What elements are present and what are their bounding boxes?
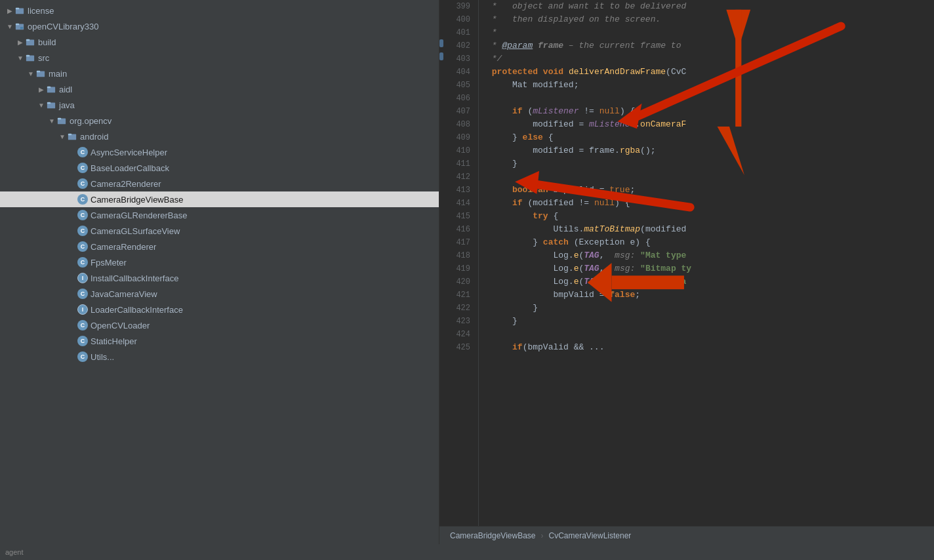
- breadcrumb-separator: ›: [541, 531, 544, 540]
- tree-item-cameraglrendererbase[interactable]: C CameraGLRendererBase: [0, 207, 439, 223]
- folder-icon: [35, 68, 46, 79]
- tree-item-asyncservicehelper[interactable]: C AsyncServiceHelper: [0, 144, 439, 160]
- code-area[interactable]: 399 400 401 402 403 404 405 406 407 408 …: [439, 0, 934, 526]
- tree-item-label: Camera2Renderer: [91, 179, 161, 189]
- spacer: [68, 289, 77, 298]
- code-line-405: Mat modified;: [487, 79, 934, 92]
- tree-item-java[interactable]: java: [0, 97, 439, 113]
- code-line-404: protected void deliverAndDrawFrame(CvC: [487, 66, 934, 79]
- code-editor: 399 400 401 402 403 404 405 406 407 408 …: [439, 0, 934, 544]
- spacer: [68, 305, 77, 314]
- tree-item-camera2renderer[interactable]: C Camera2Renderer: [0, 176, 439, 191]
- arrow-icon: [47, 116, 56, 125]
- class-badge-c: C: [77, 194, 88, 205]
- tree-item-label: OpenCVLoader: [91, 321, 150, 330]
- class-badge-c: C: [77, 320, 88, 330]
- spacer: [68, 195, 77, 204]
- spacer: [68, 226, 77, 235]
- breadcrumb-method: CvCameraViewListener: [549, 531, 632, 540]
- tree-item-aidl[interactable]: aidl: [0, 81, 439, 97]
- svg-rect-14: [47, 102, 51, 104]
- spacer: [68, 336, 77, 346]
- class-badge-c: C: [77, 351, 88, 362]
- code-line-408: modified = mListener.onCameraF: [487, 118, 934, 131]
- code-line-401: *: [487, 26, 934, 39]
- main-container: license openCVLibrary330: [0, 0, 934, 544]
- code-line-420: Log.e(TAG, msg: "Utils.ma: [487, 275, 934, 289]
- tree-item-opencvloader[interactable]: C OpenCVLoader: [0, 317, 439, 333]
- tree-item-loadercallbackinterface[interactable]: I LoaderCallbackInterface: [0, 302, 439, 317]
- folder-icon: [67, 131, 77, 142]
- spacer: [68, 210, 77, 220]
- spacer: [68, 258, 77, 267]
- tree-item-label: BaseLoaderCallback: [91, 163, 169, 173]
- svg-rect-1: [16, 8, 19, 10]
- code-line-407: if (mListener != null) {: [487, 105, 934, 118]
- arrow-icon: [5, 6, 14, 15]
- tree-item-label: CameraBridgeViewBase: [91, 195, 183, 205]
- class-badge-i: I: [77, 304, 88, 315]
- class-badge-c: C: [77, 178, 88, 189]
- tree-item-camerabridgeviewbase[interactable]: C CameraBridgeViewBase: [0, 191, 439, 207]
- spacer: [68, 163, 77, 172]
- tree-item-cameraglsurfaceview[interactable]: C CameraGLSurfaceView: [0, 223, 439, 239]
- tree-item-javacameraview[interactable]: C JavaCameraView: [0, 286, 439, 302]
- code-line-410: modified = frame.rgba();: [487, 144, 934, 157]
- code-line-399: * object and want it to be delivered: [487, 0, 934, 13]
- code-line-400: * then displayed on the screen.: [487, 13, 934, 26]
- tree-item-build[interactable]: build: [0, 34, 439, 50]
- tree-item-utils[interactable]: C Utils...: [0, 349, 439, 365]
- code-content[interactable]: * object and want it to be delivered * t…: [479, 0, 934, 526]
- bottom-bar: agent: [0, 544, 934, 560]
- code-line-425: if(bmpValid && ...: [487, 341, 934, 354]
- tree-item-label: LoaderCallbackInterface: [91, 305, 183, 315]
- tree-item-statichelper[interactable]: C StaticHelper: [0, 333, 439, 349]
- tree-item-label: aidl: [59, 85, 72, 94]
- tree-item-license[interactable]: license: [0, 3, 439, 18]
- bottom-label: agent: [5, 548, 24, 556]
- tree-item-camerarenderer[interactable]: C CameraRenderer: [0, 239, 439, 254]
- tree-item-android[interactable]: android: [0, 129, 439, 144]
- svg-rect-16: [58, 118, 61, 120]
- code-line-416: Utils.matToBitmap(modified: [487, 223, 934, 236]
- tree-item-label: CameraGLSurfaceView: [91, 226, 180, 236]
- code-line-403: */: [487, 52, 934, 66]
- tree-item-label: build: [38, 37, 56, 47]
- class-badge-c: C: [77, 210, 88, 220]
- arrow-icon: [37, 85, 46, 94]
- spacer: [68, 242, 77, 251]
- tree-item-org-opencv[interactable]: org.opencv: [0, 113, 439, 129]
- tree-item-label: StaticHelper: [91, 336, 137, 346]
- tree-item-main[interactable]: main: [0, 66, 439, 81]
- arrow-icon: [58, 132, 67, 141]
- svg-rect-12: [47, 87, 51, 89]
- svg-rect-3: [16, 24, 19, 26]
- arrow-icon: [16, 53, 25, 62]
- folder-icon: [46, 100, 56, 110]
- tree-item-label: CameraGLRendererBase: [91, 210, 187, 220]
- tree-item-label: openCVLibrary330: [28, 22, 98, 31]
- tree-item-label: CameraRenderer: [91, 242, 156, 252]
- class-badge-i: I: [77, 273, 88, 283]
- tree-item-baseloadercallback[interactable]: C BaseLoaderCallback: [0, 160, 439, 176]
- spacer: [68, 321, 77, 330]
- spacer: [68, 179, 77, 188]
- class-badge-c: C: [77, 257, 88, 268]
- folder-icon: [46, 84, 56, 94]
- arrow-icon: [37, 100, 46, 110]
- code-line-423: }: [487, 315, 934, 328]
- tree-item-src[interactable]: src: [0, 50, 439, 66]
- tree-item-label: FpsMeter: [91, 258, 127, 268]
- code-line-412: [487, 170, 934, 184]
- code-line-418: Log.e(TAG, msg: "Mat type: [487, 249, 934, 262]
- svg-rect-6: [26, 39, 30, 41]
- code-line-415: try {: [487, 210, 934, 223]
- arrow-icon: [26, 69, 35, 78]
- tree-item-label: org.opencv: [70, 116, 112, 126]
- code-line-417: } catch (Exception e) {: [487, 236, 934, 249]
- folder-module-icon: [14, 21, 25, 31]
- tree-item-fpsmeter[interactable]: C FpsMeter: [0, 254, 439, 270]
- tree-item-opencvlibrary330[interactable]: openCVLibrary330: [0, 18, 439, 34]
- tree-item-installcallbackinterface[interactable]: I InstallCallbackInterface: [0, 270, 439, 286]
- tree-item-label: java: [59, 100, 75, 110]
